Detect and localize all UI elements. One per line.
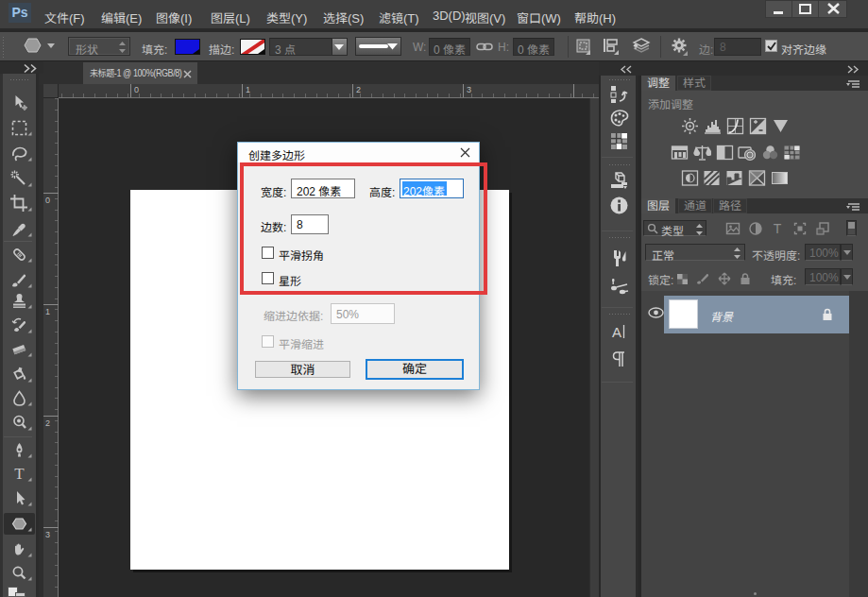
svg-text:T: T — [14, 465, 25, 483]
svg-text:A: A — [612, 324, 621, 340]
svg-text:T: T — [774, 221, 782, 236]
